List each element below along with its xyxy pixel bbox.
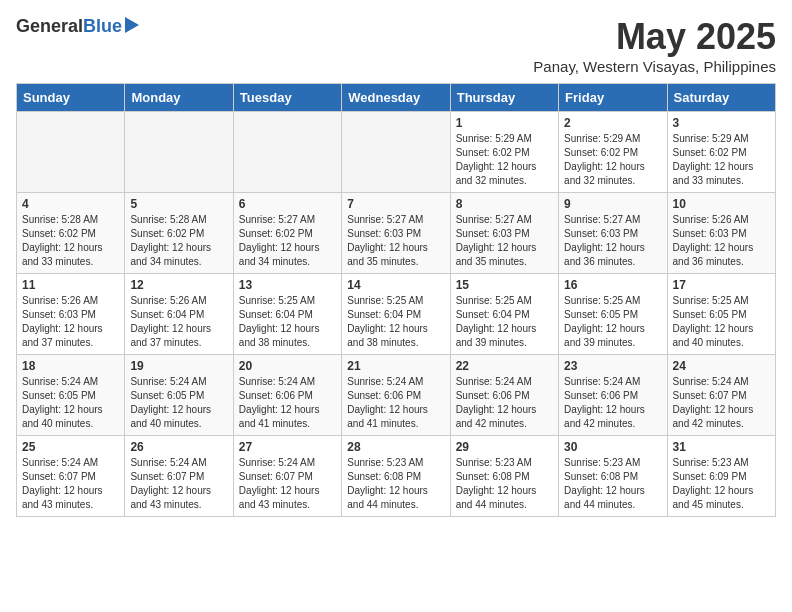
day-info: Sunrise: 5:27 AM Sunset: 6:03 PM Dayligh… — [347, 213, 444, 269]
calendar-day-cell: 5Sunrise: 5:28 AM Sunset: 6:02 PM Daylig… — [125, 193, 233, 274]
day-number: 11 — [22, 278, 119, 292]
calendar-day-cell: 20Sunrise: 5:24 AM Sunset: 6:06 PM Dayli… — [233, 355, 341, 436]
day-info: Sunrise: 5:26 AM Sunset: 6:03 PM Dayligh… — [22, 294, 119, 350]
day-number: 25 — [22, 440, 119, 454]
calendar-day-cell: 27Sunrise: 5:24 AM Sunset: 6:07 PM Dayli… — [233, 436, 341, 517]
day-info: Sunrise: 5:27 AM Sunset: 6:03 PM Dayligh… — [456, 213, 553, 269]
calendar-day-cell — [342, 112, 450, 193]
calendar-day-cell: 21Sunrise: 5:24 AM Sunset: 6:06 PM Dayli… — [342, 355, 450, 436]
calendar-day-cell: 4Sunrise: 5:28 AM Sunset: 6:02 PM Daylig… — [17, 193, 125, 274]
calendar-header-day: Friday — [559, 84, 667, 112]
logo-blue-text: Blue — [83, 16, 122, 37]
calendar-day-cell: 1Sunrise: 5:29 AM Sunset: 6:02 PM Daylig… — [450, 112, 558, 193]
day-info: Sunrise: 5:23 AM Sunset: 6:08 PM Dayligh… — [456, 456, 553, 512]
day-number: 16 — [564, 278, 661, 292]
logo-general-text: General — [16, 16, 83, 37]
calendar-day-cell — [17, 112, 125, 193]
calendar-day-cell: 7Sunrise: 5:27 AM Sunset: 6:03 PM Daylig… — [342, 193, 450, 274]
day-number: 12 — [130, 278, 227, 292]
calendar-body: 1Sunrise: 5:29 AM Sunset: 6:02 PM Daylig… — [17, 112, 776, 517]
calendar-day-cell: 14Sunrise: 5:25 AM Sunset: 6:04 PM Dayli… — [342, 274, 450, 355]
day-info: Sunrise: 5:27 AM Sunset: 6:02 PM Dayligh… — [239, 213, 336, 269]
calendar-header-day: Sunday — [17, 84, 125, 112]
month-title: May 2025 — [533, 16, 776, 58]
day-number: 8 — [456, 197, 553, 211]
day-info: Sunrise: 5:25 AM Sunset: 6:05 PM Dayligh… — [673, 294, 770, 350]
calendar-day-cell: 6Sunrise: 5:27 AM Sunset: 6:02 PM Daylig… — [233, 193, 341, 274]
day-number: 2 — [564, 116, 661, 130]
calendar-week-row: 25Sunrise: 5:24 AM Sunset: 6:07 PM Dayli… — [17, 436, 776, 517]
day-info: Sunrise: 5:23 AM Sunset: 6:08 PM Dayligh… — [564, 456, 661, 512]
day-info: Sunrise: 5:25 AM Sunset: 6:05 PM Dayligh… — [564, 294, 661, 350]
calendar-week-row: 4Sunrise: 5:28 AM Sunset: 6:02 PM Daylig… — [17, 193, 776, 274]
calendar-day-cell: 15Sunrise: 5:25 AM Sunset: 6:04 PM Dayli… — [450, 274, 558, 355]
calendar-day-cell — [125, 112, 233, 193]
day-number: 13 — [239, 278, 336, 292]
calendar-day-cell: 19Sunrise: 5:24 AM Sunset: 6:05 PM Dayli… — [125, 355, 233, 436]
calendar-header-day: Monday — [125, 84, 233, 112]
calendar-day-cell: 10Sunrise: 5:26 AM Sunset: 6:03 PM Dayli… — [667, 193, 775, 274]
calendar-day-cell: 28Sunrise: 5:23 AM Sunset: 6:08 PM Dayli… — [342, 436, 450, 517]
day-info: Sunrise: 5:29 AM Sunset: 6:02 PM Dayligh… — [456, 132, 553, 188]
day-number: 29 — [456, 440, 553, 454]
day-number: 26 — [130, 440, 227, 454]
calendar-week-row: 18Sunrise: 5:24 AM Sunset: 6:05 PM Dayli… — [17, 355, 776, 436]
day-number: 24 — [673, 359, 770, 373]
calendar-day-cell: 29Sunrise: 5:23 AM Sunset: 6:08 PM Dayli… — [450, 436, 558, 517]
calendar-day-cell: 31Sunrise: 5:23 AM Sunset: 6:09 PM Dayli… — [667, 436, 775, 517]
calendar-day-cell: 25Sunrise: 5:24 AM Sunset: 6:07 PM Dayli… — [17, 436, 125, 517]
day-number: 18 — [22, 359, 119, 373]
day-info: Sunrise: 5:29 AM Sunset: 6:02 PM Dayligh… — [673, 132, 770, 188]
calendar-day-cell: 23Sunrise: 5:24 AM Sunset: 6:06 PM Dayli… — [559, 355, 667, 436]
calendar-day-cell: 9Sunrise: 5:27 AM Sunset: 6:03 PM Daylig… — [559, 193, 667, 274]
day-number: 21 — [347, 359, 444, 373]
day-number: 14 — [347, 278, 444, 292]
calendar-header-day: Wednesday — [342, 84, 450, 112]
calendar-day-cell: 26Sunrise: 5:24 AM Sunset: 6:07 PM Dayli… — [125, 436, 233, 517]
day-info: Sunrise: 5:26 AM Sunset: 6:04 PM Dayligh… — [130, 294, 227, 350]
day-info: Sunrise: 5:25 AM Sunset: 6:04 PM Dayligh… — [239, 294, 336, 350]
day-info: Sunrise: 5:24 AM Sunset: 6:07 PM Dayligh… — [130, 456, 227, 512]
calendar-day-cell: 2Sunrise: 5:29 AM Sunset: 6:02 PM Daylig… — [559, 112, 667, 193]
page-header: General Blue May 2025 Panay, Western Vis… — [16, 16, 776, 75]
day-info: Sunrise: 5:28 AM Sunset: 6:02 PM Dayligh… — [22, 213, 119, 269]
day-number: 31 — [673, 440, 770, 454]
calendar-day-cell — [233, 112, 341, 193]
day-info: Sunrise: 5:24 AM Sunset: 6:05 PM Dayligh… — [130, 375, 227, 431]
calendar-day-cell: 8Sunrise: 5:27 AM Sunset: 6:03 PM Daylig… — [450, 193, 558, 274]
day-number: 5 — [130, 197, 227, 211]
calendar-day-cell: 11Sunrise: 5:26 AM Sunset: 6:03 PM Dayli… — [17, 274, 125, 355]
day-info: Sunrise: 5:24 AM Sunset: 6:07 PM Dayligh… — [673, 375, 770, 431]
day-number: 10 — [673, 197, 770, 211]
day-info: Sunrise: 5:24 AM Sunset: 6:07 PM Dayligh… — [239, 456, 336, 512]
day-info: Sunrise: 5:27 AM Sunset: 6:03 PM Dayligh… — [564, 213, 661, 269]
day-info: Sunrise: 5:24 AM Sunset: 6:07 PM Dayligh… — [22, 456, 119, 512]
day-info: Sunrise: 5:24 AM Sunset: 6:05 PM Dayligh… — [22, 375, 119, 431]
day-number: 27 — [239, 440, 336, 454]
day-info: Sunrise: 5:23 AM Sunset: 6:09 PM Dayligh… — [673, 456, 770, 512]
logo-arrow-icon — [125, 17, 139, 33]
day-number: 4 — [22, 197, 119, 211]
calendar-header-day: Thursday — [450, 84, 558, 112]
day-number: 17 — [673, 278, 770, 292]
day-number: 1 — [456, 116, 553, 130]
day-number: 7 — [347, 197, 444, 211]
day-info: Sunrise: 5:25 AM Sunset: 6:04 PM Dayligh… — [347, 294, 444, 350]
day-info: Sunrise: 5:29 AM Sunset: 6:02 PM Dayligh… — [564, 132, 661, 188]
day-info: Sunrise: 5:23 AM Sunset: 6:08 PM Dayligh… — [347, 456, 444, 512]
calendar-day-cell: 16Sunrise: 5:25 AM Sunset: 6:05 PM Dayli… — [559, 274, 667, 355]
calendar-day-cell: 13Sunrise: 5:25 AM Sunset: 6:04 PM Dayli… — [233, 274, 341, 355]
calendar-day-cell: 22Sunrise: 5:24 AM Sunset: 6:06 PM Dayli… — [450, 355, 558, 436]
logo: General Blue — [16, 16, 139, 37]
day-number: 15 — [456, 278, 553, 292]
day-number: 23 — [564, 359, 661, 373]
day-number: 30 — [564, 440, 661, 454]
day-number: 20 — [239, 359, 336, 373]
calendar-table: SundayMondayTuesdayWednesdayThursdayFrid… — [16, 83, 776, 517]
title-section: May 2025 Panay, Western Visayas, Philipp… — [533, 16, 776, 75]
day-info: Sunrise: 5:28 AM Sunset: 6:02 PM Dayligh… — [130, 213, 227, 269]
location-text: Panay, Western Visayas, Philippines — [533, 58, 776, 75]
day-info: Sunrise: 5:24 AM Sunset: 6:06 PM Dayligh… — [564, 375, 661, 431]
day-info: Sunrise: 5:25 AM Sunset: 6:04 PM Dayligh… — [456, 294, 553, 350]
day-number: 6 — [239, 197, 336, 211]
